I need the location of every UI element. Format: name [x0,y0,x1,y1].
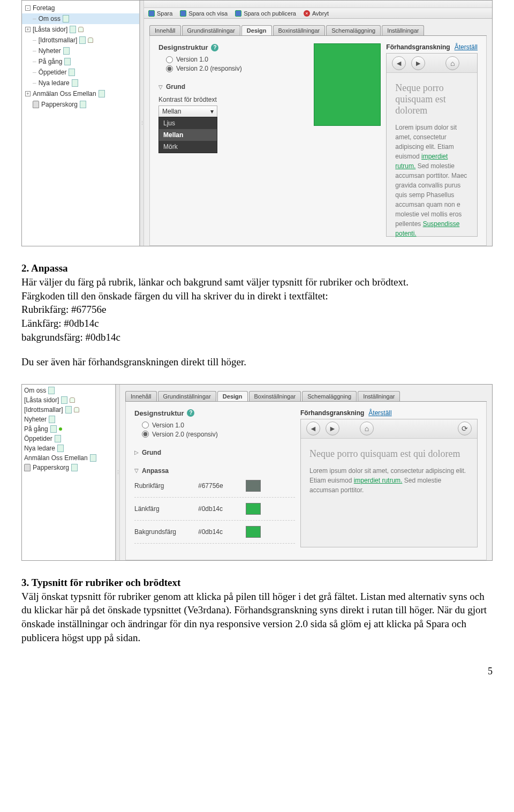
tab-schemalaggning[interactable]: Schemaläggning [326,25,381,35]
reset-link[interactable]: Återställ [455,43,478,51]
save-icon [148,10,155,17]
save-button[interactable]: Spara [148,10,172,17]
tree-item[interactable]: [Låsta sidor] [22,395,115,405]
color-swatch[interactable] [246,503,261,515]
section-heading: 3. Typsnitt för rubriker och brödtext [21,577,493,589]
trash-icon [33,101,39,108]
refresh-icon[interactable]: ⟳ [458,422,472,435]
splitter-handle[interactable]: ⋮ [116,385,120,560]
design-settings: Designstruktur? Version 1.0 Version 2.0 … [134,409,295,552]
radio-v2[interactable]: Version 2.0 (responsiv) [142,431,295,438]
save-publish-button[interactable]: Spara och publicera [235,10,296,17]
lock-icon [88,37,93,43]
tab-boxinstallningar[interactable]: Boxinställningar [249,391,301,401]
tab-innehall[interactable]: Innehåll [149,25,181,35]
section-2-anpassa: 2. Anpassa Här väljer du färg på rubrik,… [21,262,493,369]
tree-item[interactable]: –Öppetider [22,67,139,78]
tree-item[interactable]: Om oss [22,386,115,395]
body-text: Välj önskat typsnitt för rubriker genom … [21,590,493,645]
color-swatch[interactable] [246,480,261,492]
color-value[interactable]: #0db14c [198,528,238,536]
tree-item[interactable]: Papperskorg [22,99,139,110]
tab-installningar[interactable]: Inställningar [358,391,400,401]
color-row-bakgrund: Bakgrundsfärg #0db14c [134,521,295,544]
tree-item[interactable]: –Om oss [22,13,139,24]
tree-item[interactable]: +[Låsta sidor] [22,24,139,35]
help-icon[interactable]: ? [211,44,218,51]
save-show-button[interactable]: Spara och visa [180,10,228,17]
grund-section[interactable]: ▽Grund [158,83,308,91]
page-icon [48,387,55,394]
collapse-icon: ▽ [134,468,139,473]
tree-item[interactable]: Nya ledare [22,443,115,453]
color-value[interactable]: #0db14c [198,505,238,513]
color-value[interactable]: #67756e [198,482,238,490]
radio-v2[interactable]: Version 2.0 (responsiv) [166,65,308,72]
color-swatch[interactable] [246,526,261,538]
tree-item[interactable]: –Nya ledare [22,78,139,88]
tree-item[interactable]: [Idrottsmallar] [22,405,115,415]
option-ljus[interactable]: Ljus [159,117,217,129]
preview-link[interactable]: imperdiet rutrum. [354,477,403,484]
expand-icon[interactable]: + [25,27,31,32]
preview-heading: Neque porro quisquam est qui dolorem [309,448,468,460]
home-icon[interactable]: ⌂ [360,422,374,435]
preview-text: Lorem ipsum dolor sit amet, consectetur … [309,466,468,495]
radio-v1[interactable]: Version 1.0 [142,422,295,429]
tab-grundinstallningar[interactable]: Grundinställningar [182,25,240,35]
home-icon[interactable]: ⌂ [445,56,459,70]
tree-item[interactable]: +Anmälan Oss Emellan [22,88,139,99]
tree-item[interactable]: –Nyheter [22,46,139,56]
anpassa-section[interactable]: ▽Anpassa [134,467,295,475]
help-icon[interactable]: ? [187,409,194,417]
preview-heading: Neque porro quisquam est dolorem [395,82,468,116]
grund-section[interactable]: ▷Grund [134,449,295,456]
back-icon[interactable]: ◄ [306,422,320,435]
forward-icon[interactable]: ► [411,56,425,70]
color-row-rubrik: Rubrikfärg #67756e [134,475,295,498]
option-mork[interactable]: Mörk [159,141,217,153]
page-icon [70,26,76,33]
design-settings: Designstruktur? Version 1.0 Version 2.0 … [158,43,308,238]
editor-pane: Innehåll Grundinställningar Design Boxin… [120,385,492,560]
save-icon [235,10,241,17]
splitter-handle[interactable]: ⋮ [140,1,144,246]
option-mellan[interactable]: Mellan [159,129,217,141]
tab-installningar[interactable]: Inställningar [382,25,424,35]
expand-icon: ▷ [134,449,139,455]
expand-icon[interactable]: + [25,91,31,96]
tab-schemalaggning[interactable]: Schemaläggning [302,391,357,401]
tab-boxinstallningar[interactable]: Boxinställningar [273,25,326,35]
tree-item[interactable]: –[Idrottsmallar] [22,35,139,46]
body-text: Rubrikfärg: #67756e [21,303,493,317]
tree-item[interactable]: Papperskorg [22,463,115,472]
page-icon [72,79,78,87]
tab-strip: Innehåll Grundinställningar Design Boxin… [125,390,487,402]
back-icon[interactable]: ◄ [392,56,406,70]
body-text: Du ser även här förhandsgranskningen dir… [21,355,493,369]
body-text: Länkfärg: #0db14c [21,317,493,330]
tree-item[interactable]: -Foretag [22,3,139,13]
forward-icon[interactable]: ► [326,422,339,435]
tab-innehall[interactable]: Innehåll [125,391,157,401]
cancel-button[interactable]: ×Avbryt [304,10,329,17]
body-text: Här väljer du färg på rubrik, länkar och… [21,275,493,289]
tree-item[interactable]: Anmälan Oss Emellan [22,453,115,463]
tree-item[interactable]: –På gång [22,56,139,67]
collapse-icon[interactable]: - [25,5,31,11]
page-icon [90,454,96,462]
kontrast-select[interactable]: Mellan▾ [158,106,217,117]
tree-item[interactable]: Öppetider [22,434,115,443]
page-icon [99,90,105,97]
tree-item[interactable]: På gång [22,424,115,434]
page-number: 5 [21,666,493,677]
tab-design[interactable]: Design [217,391,248,401]
reset-link[interactable]: Återställ [368,409,391,417]
lock-icon [78,27,84,32]
tab-design[interactable]: Design [241,25,272,35]
kontrast-dropdown: Ljus Mellan Mörk [158,117,217,153]
tree-item[interactable]: Nyheter [22,415,115,424]
tab-grundinstallningar[interactable]: Grundinställningar [158,391,216,401]
radio-v1[interactable]: Version 1.0 [166,56,308,63]
page-icon [57,445,64,452]
